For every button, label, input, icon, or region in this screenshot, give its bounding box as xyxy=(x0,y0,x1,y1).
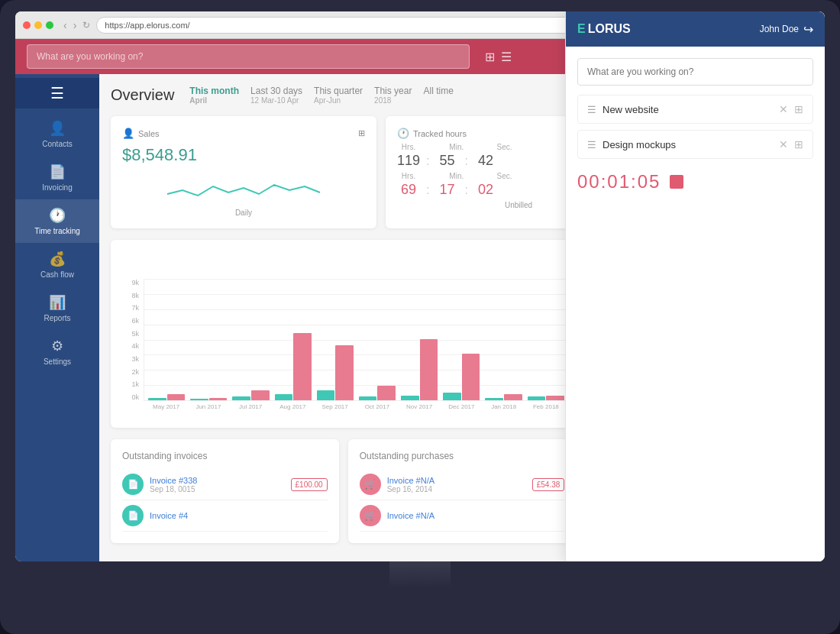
bar-group xyxy=(190,398,228,400)
purchase-info-2: Invoice #N/A xyxy=(387,511,565,520)
right-panel: E LORUS John Doe ↪ ☰ New website xyxy=(565,74,825,561)
unbilled-min: 17 xyxy=(435,182,458,198)
refresh-button[interactable]: ↻ xyxy=(82,20,90,31)
bar-group xyxy=(148,394,186,400)
purchase-name-2[interactable]: Invoice #N/A xyxy=(387,511,565,520)
bar-purchases[interactable] xyxy=(209,398,228,400)
sales-card: 👤 Sales ⊞ $8,548.91 Daily xyxy=(111,116,376,228)
bar-sales[interactable] xyxy=(401,396,419,400)
bar-purchases[interactable] xyxy=(420,339,438,400)
unbilled-sep-1: : xyxy=(426,183,429,197)
panel-body: ☰ New website ✕ ⊞ ☰ Design mockups ✕ ⊞ xyxy=(566,74,825,561)
invoice-info-1: Invoice #338 Sep 18, 0015 xyxy=(150,476,285,493)
screen: ‹ › ↻ https://app.elorus.com/ E ⋮ What a… xyxy=(15,11,825,561)
period-tab-all-time[interactable]: All time xyxy=(423,86,453,105)
bar-group xyxy=(317,345,354,400)
y-label: 3k xyxy=(131,355,139,363)
purchase-icon-2: 🛒 xyxy=(360,505,381,526)
task-settings-1[interactable]: ⊞ xyxy=(794,103,803,115)
sidebar-label-contacts: Contacts xyxy=(42,140,72,148)
period-tab-this-month[interactable]: This month April xyxy=(189,86,239,105)
y-label: 0k xyxy=(131,393,139,401)
dot-red[interactable] xyxy=(23,21,31,29)
timer-stop-button[interactable] xyxy=(670,175,683,189)
bar-sales[interactable] xyxy=(232,396,250,400)
billed-min: 55 xyxy=(435,153,458,169)
sidebar-item-reports[interactable]: 📊 Reports xyxy=(15,286,99,330)
top-search-field[interactable]: What are you working on? xyxy=(27,44,470,69)
back-button[interactable]: ‹ xyxy=(63,19,67,31)
sales-expand-icon[interactable]: ⊞ xyxy=(358,128,365,138)
task-close-1[interactable]: ✕ xyxy=(779,103,788,115)
period-tab-last-30[interactable]: Last 30 days 12 Mar-10 Apr xyxy=(250,86,302,105)
bar-purchases[interactable] xyxy=(293,333,312,400)
bar-purchases[interactable] xyxy=(167,394,186,400)
y-label: 6k xyxy=(131,317,139,325)
sidebar-label-cash-flow: Cash flow xyxy=(40,270,74,279)
purchase-name-1[interactable]: Invoice #N/A xyxy=(387,476,526,485)
invoice-row-1: 📄 Invoice #338 Sep 18, 0015 £100.00 xyxy=(122,469,328,500)
sidebar-logo[interactable]: ☰ xyxy=(15,78,99,108)
bar-sales[interactable] xyxy=(317,390,335,400)
top-search-placeholder: What are you working on? xyxy=(37,51,143,62)
period-tab-this-quarter[interactable]: This quarter Apr-Jun xyxy=(314,86,363,105)
invoice-name-2[interactable]: Invoice #4 xyxy=(150,511,328,520)
bar-group xyxy=(359,386,396,400)
bar-purchases[interactable] xyxy=(504,394,522,400)
sep2-header-1: : xyxy=(431,172,434,180)
sidebar-item-settings[interactable]: ⚙ Settings xyxy=(15,330,99,374)
panel-search-input[interactable] xyxy=(577,74,813,86)
overview-title: Overview xyxy=(111,86,174,104)
hrs-header2: Hrs. xyxy=(397,172,420,180)
sales-icon: 👤 xyxy=(122,128,134,139)
bar-purchases[interactable] xyxy=(377,386,396,400)
sidebar-item-invoicing[interactable]: 📄 Invoicing xyxy=(15,156,99,199)
sales-card-title: 👤 Sales ⊞ xyxy=(122,128,365,139)
period-tab-this-year[interactable]: This year 2018 xyxy=(374,86,412,105)
bar-group xyxy=(485,394,522,400)
sidebar-item-contacts[interactable]: 👤 Contacts xyxy=(15,112,99,156)
clock-icon: 🕐 xyxy=(397,128,409,139)
task-name-1: New website xyxy=(603,104,773,115)
task-settings-2[interactable]: ⊞ xyxy=(794,138,803,150)
invoice-name-1[interactable]: Invoice #338 xyxy=(150,476,285,485)
bar-sales[interactable] xyxy=(148,398,166,400)
dot-yellow[interactable] xyxy=(34,21,42,29)
bar-purchases[interactable] xyxy=(546,396,564,400)
purchase-amount-1: £54.38 xyxy=(532,478,565,491)
sidebar-label-time-tracking: Time tracking xyxy=(34,227,80,235)
min-header2: Min. xyxy=(445,172,468,180)
sales-chart xyxy=(122,171,365,205)
sidebar-item-cash-flow[interactable]: 💰 Cash flow xyxy=(15,243,99,286)
sidebar-item-time-tracking[interactable]: 🕐 Time tracking xyxy=(15,199,99,243)
bar-sales[interactable] xyxy=(359,396,377,400)
billed-hrs: 119 xyxy=(397,153,420,169)
list-icon[interactable]: ☰ xyxy=(501,50,512,64)
timer-display: 00:01:05 xyxy=(577,165,813,199)
monitor-stand xyxy=(389,561,451,588)
bar-purchases[interactable] xyxy=(251,390,270,400)
x-label: Jul 2017 xyxy=(232,401,270,416)
forward-button[interactable]: › xyxy=(73,19,77,31)
bar-purchases[interactable] xyxy=(462,354,480,400)
bar-sales[interactable] xyxy=(190,399,208,400)
bar-purchases[interactable] xyxy=(335,345,354,400)
sep-header-1: : xyxy=(431,143,434,151)
bar-sales[interactable] xyxy=(485,398,503,400)
grid-icon[interactable]: ⊞ xyxy=(485,50,495,64)
top-bar-icons: ⊞ ☰ xyxy=(485,50,512,64)
task-name-2: Design mockups xyxy=(603,139,773,150)
unbilled-sec: 02 xyxy=(474,182,497,198)
unbilled-sep-2: : xyxy=(464,183,467,197)
bar-group xyxy=(443,354,480,400)
period-tabs: This month April Last 30 days 12 Mar-10 … xyxy=(189,86,453,105)
task-close-2[interactable]: ✕ xyxy=(779,138,788,150)
bar-group xyxy=(528,396,565,400)
bar-sales[interactable] xyxy=(275,394,293,400)
dot-green[interactable] xyxy=(46,21,53,29)
monitor: ‹ › ↻ https://app.elorus.com/ E ⋮ What a… xyxy=(0,0,840,634)
invoice-info-2: Invoice #4 xyxy=(150,511,328,520)
bar-sales[interactable] xyxy=(528,396,546,400)
bar-sales[interactable] xyxy=(443,393,461,400)
task-item-1: ☰ New website ✕ ⊞ xyxy=(577,95,813,124)
